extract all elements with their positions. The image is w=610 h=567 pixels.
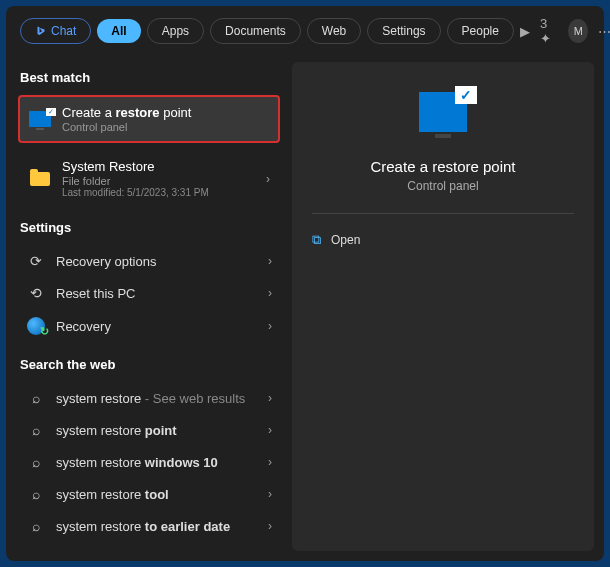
search-icon: ⌕ — [26, 422, 46, 438]
chevron-right-icon: › — [268, 319, 272, 333]
chevron-right-icon: › — [268, 455, 272, 469]
item-label: Recovery options — [56, 254, 258, 269]
web-system-restore-point[interactable]: ⌕ system restore point › — [20, 414, 278, 446]
folder-icon — [28, 167, 52, 191]
search-icon: ⌕ — [26, 518, 46, 534]
open-action[interactable]: ⧉ Open — [312, 228, 574, 252]
item-label: system restore - See web results — [56, 391, 258, 406]
monitor-large-icon: ✓ — [419, 92, 467, 132]
web-system-restore-earlier[interactable]: ⌕ system restore to earlier date › — [20, 510, 278, 542]
item-label: system restore windows 10 — [56, 455, 258, 470]
search-window: Chat All Apps Documents Web Settings Peo… — [6, 6, 604, 561]
item-label: system restore point — [56, 423, 258, 438]
monitor-icon: ✓ — [28, 107, 52, 131]
open-label: Open — [331, 233, 360, 247]
preview-title: Create a restore point — [370, 158, 515, 175]
settings-reset-pc[interactable]: ⟲ Reset this PC › — [20, 277, 278, 309]
avatar[interactable]: M — [568, 19, 588, 43]
chat-tab[interactable]: Chat — [20, 18, 91, 44]
main: Best match ✓ Create a restore point Cont… — [6, 56, 604, 561]
search-icon: ⌕ — [26, 454, 46, 470]
tab-web[interactable]: Web — [307, 18, 361, 44]
chevron-right-icon: › — [268, 254, 272, 268]
recovery-options-icon: ⟳ — [26, 253, 46, 269]
rewards-badge[interactable]: 3 ✦ — [540, 16, 558, 46]
chevron-right-icon: › — [268, 487, 272, 501]
settings-heading: Settings — [20, 220, 278, 235]
search-icon: ⌕ — [26, 390, 46, 406]
item-label: Reset this PC — [56, 286, 258, 301]
result-subtitle: Control panel — [62, 121, 270, 133]
open-icon: ⧉ — [312, 232, 321, 248]
chevron-right-icon: › — [268, 286, 272, 300]
result-create-restore-point[interactable]: ✓ Create a restore point Control panel — [18, 95, 280, 143]
preview-panel: ✓ Create a restore point Control panel ⧉… — [292, 62, 594, 551]
result-subtitle: File folder — [62, 175, 256, 187]
left-panel: Best match ✓ Create a restore point Cont… — [6, 56, 292, 561]
item-label: system restore to earlier date — [56, 519, 258, 534]
tab-settings[interactable]: Settings — [367, 18, 440, 44]
topbar-right: ▶ 3 ✦ M ⋯ — [520, 16, 610, 46]
result-system-restore-folder[interactable]: System Restore File folder Last modified… — [20, 151, 278, 206]
bing-small-icon — [35, 25, 47, 37]
best-match-heading: Best match — [20, 70, 278, 85]
web-system-restore[interactable]: ⌕ system restore - See web results › — [20, 382, 278, 414]
search-icon: ⌕ — [26, 486, 46, 502]
topbar: Chat All Apps Documents Web Settings Peo… — [6, 6, 604, 56]
search-web-heading: Search the web — [20, 357, 278, 372]
chevron-right-icon: › — [266, 172, 270, 186]
result-title: System Restore — [62, 159, 256, 174]
result-title: Create a restore point — [62, 105, 270, 120]
item-label: system restore tool — [56, 487, 258, 502]
play-icon[interactable]: ▶ — [520, 24, 530, 39]
web-system-restore-tool[interactable]: ⌕ system restore tool › — [20, 478, 278, 510]
chevron-right-icon: › — [268, 423, 272, 437]
tab-people[interactable]: People — [447, 18, 514, 44]
settings-recovery-options[interactable]: ⟳ Recovery options › — [20, 245, 278, 277]
divider — [312, 213, 574, 214]
result-modified: Last modified: 5/1/2023, 3:31 PM — [62, 187, 256, 198]
web-system-restore-win10[interactable]: ⌕ system restore windows 10 › — [20, 446, 278, 478]
tab-documents[interactable]: Documents — [210, 18, 301, 44]
recovery-icon — [26, 317, 46, 335]
tab-apps[interactable]: Apps — [147, 18, 204, 44]
preview-subtitle: Control panel — [407, 179, 478, 193]
item-label: Recovery — [56, 319, 258, 334]
chevron-right-icon: › — [268, 391, 272, 405]
tab-all[interactable]: All — [97, 19, 140, 43]
chevron-right-icon: › — [268, 519, 272, 533]
chat-label: Chat — [51, 24, 76, 38]
settings-recovery[interactable]: Recovery › — [20, 309, 278, 343]
more-icon[interactable]: ⋯ — [598, 24, 610, 39]
reset-pc-icon: ⟲ — [26, 285, 46, 301]
